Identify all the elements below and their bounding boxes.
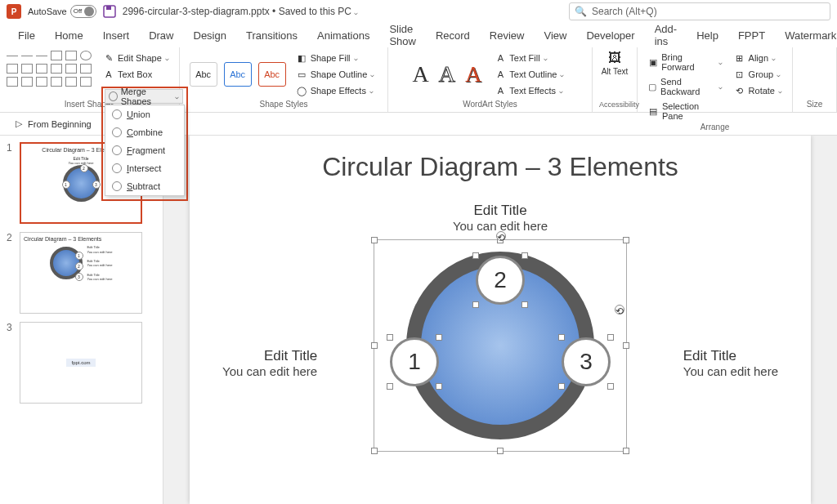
tab-help[interactable]: Help — [688, 26, 727, 45]
wordart-preset-3[interactable]: A — [465, 61, 481, 87]
rotate-handle[interactable]: ⟲ — [496, 231, 506, 241]
style-preset-3[interactable]: Abc — [258, 62, 286, 87]
merge-shapes-button[interactable]: Merge Shapes⌵ — [105, 89, 183, 104]
group-arrange: ▣Bring Forward⌵ ▢Send Backward⌵ ▤Selecti… — [638, 47, 793, 112]
node-1[interactable]: 1 — [390, 337, 439, 386]
thumb-title: Circular Diagram – 3 Elements — [24, 236, 101, 242]
search-placeholder: Search (Alt+Q) — [592, 6, 657, 17]
text-outline-button[interactable]: AText Outline⌵ — [491, 67, 567, 82]
tab-watermark[interactable]: Watermark — [777, 26, 837, 45]
toggle-state: Off — [74, 7, 83, 15]
shape-outline-button[interactable]: ▭Shape Outline⌵ — [293, 67, 378, 82]
group-icon: ⊡ — [734, 69, 745, 80]
outline-icon: ▭ — [296, 69, 307, 80]
tab-home[interactable]: Home — [47, 26, 92, 45]
search-input[interactable]: 🔍 Search (Alt+Q) — [569, 2, 830, 20]
intersect-icon — [112, 163, 122, 173]
text-effects-icon: A — [495, 85, 506, 96]
tab-view[interactable]: View — [535, 26, 575, 45]
align-icon: ⊞ — [734, 52, 745, 64]
save-icon[interactable] — [103, 5, 116, 18]
tab-record[interactable]: Record — [427, 26, 478, 45]
fragment-icon — [112, 145, 122, 155]
align-button[interactable]: ⊞Align⌵ — [731, 51, 786, 65]
text-fill-button[interactable]: AText Fill⌵ — [491, 51, 567, 65]
label-3[interactable]: Edit Title You can edit here — [683, 348, 778, 378]
thumb-3[interactable]: fppt.com — [20, 322, 142, 404]
group-button[interactable]: ⊡Group⌵ — [731, 67, 786, 82]
slide[interactable]: Circular Diagram – 3 Elements Edit Title… — [190, 136, 811, 504]
group-label: Accessibility — [599, 100, 630, 109]
tab-animations[interactable]: Animations — [309, 26, 378, 45]
text-fill-icon: A — [495, 52, 506, 64]
menu-intersect[interactable]: Intersect — [105, 159, 184, 177]
menu-combine[interactable]: Combine — [105, 123, 184, 141]
diagram[interactable]: ⟲ ⟲ 2 1 3 — [345, 198, 656, 460]
union-icon — [112, 109, 122, 119]
subtract-icon — [112, 181, 122, 191]
merge-icon — [109, 91, 118, 101]
group-wordart: A A A AText Fill⌵ AText Outline⌵ AText E… — [388, 47, 593, 112]
style-preset-1[interactable]: Abc — [190, 62, 217, 87]
ribbon-tabs: File Home Insert Draw Design Transitions… — [0, 23, 837, 47]
svg-rect-1 — [106, 6, 111, 10]
tab-file[interactable]: File — [10, 26, 43, 45]
shapes-gallery[interactable] — [7, 51, 93, 88]
group-shape-styles: Abc Abc Abc ◧Shape Fill⌵ ▭Shape Outline⌵… — [180, 47, 388, 112]
tab-draw[interactable]: Draw — [141, 26, 181, 45]
send-backward-button[interactable]: ▢Send Backward⌵ — [644, 75, 726, 98]
from-beginning-button[interactable]: ▷From Beginning — [10, 117, 95, 132]
rotate-handle[interactable]: ⟲ — [615, 305, 624, 314]
menu-fragment[interactable]: Fragment — [105, 141, 184, 159]
node-3[interactable]: 3 — [562, 337, 611, 386]
slide-title[interactable]: Circular Diagram – 3 Elements — [214, 152, 786, 182]
tab-fppt[interactable]: FPPT — [730, 26, 773, 45]
menu-union[interactable]: Union — [105, 105, 184, 123]
text-box-button[interactable]: AText Box — [100, 67, 172, 82]
style-preset-2[interactable]: Abc — [224, 62, 252, 87]
alt-text-button[interactable]: 🖼 Alt Text — [602, 51, 629, 76]
effects-icon: ◯ — [296, 85, 307, 96]
search-icon: 🔍 — [575, 6, 587, 17]
thumb-3-row[interactable]: 3 fppt.com — [7, 322, 156, 404]
node-2[interactable]: 2 — [476, 256, 525, 305]
shape-effects-button[interactable]: ◯Shape Effects⌵ — [293, 83, 378, 98]
rotate-icon: ⟲ — [734, 85, 745, 96]
label-1[interactable]: Edit Title You can edit here — [222, 348, 317, 378]
toggle-switch[interactable]: Off — [70, 5, 96, 18]
menu-subtract[interactable]: Subtract — [105, 177, 184, 195]
thumb-2-row[interactable]: 2 Circular Diagram – 3 Elements 1 2 3 Ed… — [7, 232, 156, 314]
tab-addins[interactable]: Add-ins — [647, 20, 685, 51]
selection-pane-button[interactable]: ▤Selection Pane — [644, 100, 726, 123]
watermark: fppt.com — [66, 359, 95, 367]
autosave-toggle[interactable]: AutoSave Off — [28, 5, 96, 18]
edit-shape-button[interactable]: ✎Edit Shape⌵ — [100, 51, 172, 65]
filename[interactable]: 2996-circular-3-step-diagram.pptx • Save… — [123, 6, 359, 17]
group-label: Size — [799, 100, 830, 109]
autosave-label: AutoSave — [28, 7, 67, 16]
edit-shape-icon: ✎ — [103, 52, 114, 64]
rotate-button[interactable]: ⟲Rotate⌵ — [731, 83, 786, 98]
combine-icon — [112, 127, 122, 137]
tab-insert[interactable]: Insert — [95, 26, 138, 45]
wordart-preset-2[interactable]: A — [439, 61, 455, 87]
bring-forward-button[interactable]: ▣Bring Forward⌵ — [644, 51, 726, 74]
tab-transitions[interactable]: Transitions — [238, 26, 306, 45]
group-accessibility: 🖼 Alt Text Accessibility — [593, 47, 638, 112]
alt-text-icon: 🖼 — [608, 51, 621, 65]
text-effects-button[interactable]: AText Effects⌵ — [491, 83, 567, 98]
forward-icon: ▣ — [647, 56, 658, 68]
tab-slideshow[interactable]: Slide Show — [381, 20, 424, 51]
merge-shapes-menu: Union Combine Fragment Intersect Subtrac… — [105, 105, 185, 196]
canvas[interactable]: Circular Diagram – 3 Elements Edit Title… — [163, 136, 837, 504]
tab-developer[interactable]: Developer — [578, 26, 642, 45]
tab-design[interactable]: Design — [186, 26, 235, 45]
tab-review[interactable]: Review — [481, 26, 533, 45]
group-label: Shape Styles — [186, 100, 381, 109]
thumb-2[interactable]: Circular Diagram – 3 Elements 1 2 3 Edit… — [20, 232, 142, 314]
group-label: WordArt Styles — [395, 100, 585, 109]
shape-fill-button[interactable]: ◧Shape Fill⌵ — [293, 51, 378, 65]
group-size: Size — [793, 47, 837, 112]
fill-icon: ◧ — [296, 52, 307, 64]
wordart-preset-1[interactable]: A — [413, 61, 429, 87]
